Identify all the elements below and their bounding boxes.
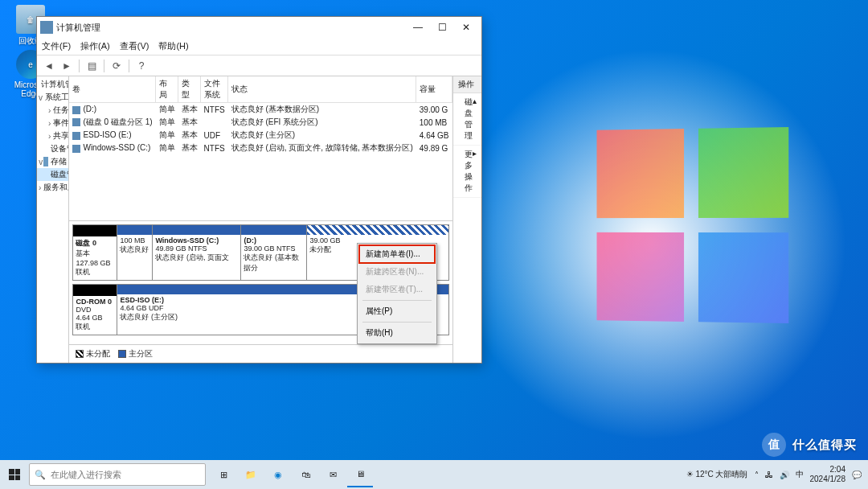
chevron-up-icon: ▴ [473,97,477,142]
tree-root[interactable]: 计算机管理(本地) [37,78,68,91]
volume-list: 卷 布局 类型 文件系统 状态 容量 (D:)简单基本NTFS状态良好 (基本数… [69,76,452,221]
menu-action[interactable]: 操作(A) [80,40,110,52]
disk-0-header[interactable]: 磁盘 0 基本 127.98 GB 联机 [73,225,117,280]
tree-event-viewer[interactable]: ›事件查看器 [37,117,68,129]
disk0-partition-efi[interactable]: 100 MB状态良好 [117,225,153,280]
menu-help[interactable]: 帮助(H) [158,40,188,52]
volume-row[interactable]: (磁盘 0 磁盘分区 1)简单基本状态良好 (EFI 系统分区)100 MB [69,116,452,129]
menu-file[interactable]: 文件(F) [42,40,71,52]
menu-view[interactable]: 查看(V) [120,40,149,52]
maximize-button[interactable]: ☐ [430,18,454,36]
weather-widget[interactable]: ☀ 12°C 大部晴朗 [686,469,748,480]
tree-task-scheduler[interactable]: ›任务计划程序 [37,104,68,117]
app-icon [40,21,53,34]
actions-disk-mgmt[interactable]: 磁盘管理▴ [453,93,481,146]
col-type[interactable]: 类型 [178,76,201,103]
tree-disk-management[interactable]: 磁盘管理 [37,168,68,181]
nav-tree: 计算机管理(本地) v系统工具 ›任务计划程序 ›事件查看器 ›共享文件夹 设备… [37,76,69,363]
actions-pane: 操作 磁盘管理▴ 更多操作▸ [453,76,481,363]
tray-chevron-icon[interactable]: ˄ [755,471,759,479]
taskbar-app-edge[interactable]: ◉ [265,462,291,487]
tree-device-manager[interactable]: 设备管理器 [37,142,68,155]
close-button[interactable]: ✕ [454,18,478,36]
ctx-new-striped-volume: 新建带区卷(T)... [359,281,435,298]
ctx-new-simple-volume[interactable]: 新建简单卷(I)... [359,245,435,263]
disk0-partition-c[interactable]: Windows-SSD (C:)49.89 GB NTFS状态良好 (启动, 页… [153,225,241,280]
col-volume[interactable]: 卷 [69,76,155,103]
volume-row[interactable]: ESD-ISO (E:)简单基本UDF状态良好 (主分区)4.64 GB [69,129,452,142]
start-button[interactable] [0,460,29,489]
tree-services-apps[interactable]: ›服务和应用程序 [37,181,68,194]
taskbar-clock[interactable]: 2:04 2024/1/28 [810,465,846,484]
tray-notifications-icon[interactable]: 💬 [852,471,862,479]
search-icon: 🔍 [35,470,46,480]
minimize-button[interactable]: — [406,18,430,36]
cdrom-0-header[interactable]: CD-ROM 0 DVD 4.64 GB 联机 [73,285,117,335]
task-view-icon[interactable]: ⊞ [211,462,236,487]
actions-header: 操作 [453,76,481,93]
taskbar-app-mail[interactable]: ✉ [320,462,346,487]
tree-system-tools[interactable]: v系统工具 [37,91,68,104]
context-menu: 新建简单卷(I)... 新建跨区卷(N)... 新建带区卷(T)... 属性(P… [357,243,437,344]
taskbar-search[interactable]: 🔍 在此键入进行搜索 [29,463,206,486]
titlebar[interactable]: 计算机管理 — ☐ ✕ [37,17,481,38]
tray-network-icon[interactable]: 🖧 [765,471,773,479]
watermark-text: 什么值得买 [792,438,857,453]
taskbar: 🔍 在此键入进行搜索 ⊞ 📁 ◉ 🛍 ✉ 🖥 ☀ 12°C 大部晴朗 ˄ 🖧 🔊… [0,460,868,489]
search-placeholder: 在此键入进行搜索 [51,469,121,481]
toolbar-back-icon[interactable]: ◄ [42,59,56,73]
taskbar-app-explorer[interactable]: 📁 [238,462,264,487]
disk0-partition-d[interactable]: (D:)39.00 GB NTFS状态良好 (基本数据分 [241,225,307,280]
col-fs[interactable]: 文件系统 [201,76,228,103]
watermark-icon: 值 [762,433,786,457]
toolbar-help-icon[interactable]: ? [134,59,149,73]
toolbar-forward-icon[interactable]: ► [59,59,74,73]
actions-more[interactable]: 更多操作▸ [453,146,481,198]
tray-ime[interactable]: 中 [796,469,804,480]
tree-storage[interactable]: v存储 [37,155,68,168]
tray-volume-icon[interactable]: 🔊 [780,471,789,479]
ctx-new-spanned-volume: 新建跨区卷(N)... [359,263,435,281]
chevron-right-icon: ▸ [473,149,477,194]
taskbar-app-store[interactable]: 🛍 [293,462,318,487]
tree-shared-folders[interactable]: ›共享文件夹 [37,129,68,142]
toolbar-refresh-icon[interactable]: ⟳ [109,59,124,73]
col-status[interactable]: 状态 [228,76,416,103]
taskbar-app-compmgmt[interactable]: 🖥 [347,462,373,487]
window-title: 计算机管理 [56,22,406,34]
legend: 未分配 主分区 [69,344,452,363]
toolbar: ◄ ► ▤ ⟳ ? [37,55,481,76]
menu-bar: 文件(F) 操作(A) 查看(V) 帮助(H) [37,38,481,55]
volume-row[interactable]: (D:)简单基本NTFS状态良好 (基本数据分区)39.00 G [69,103,452,117]
windows-logo-wallpaper [596,127,788,323]
col-capacity[interactable]: 容量 [416,76,452,103]
ctx-properties[interactable]: 属性(P) [359,302,435,320]
toolbar-explorer-icon[interactable]: ▤ [84,59,99,73]
ctx-help[interactable]: 帮助(H) [359,324,435,342]
volume-row[interactable]: Windows-SSD (C:)简单基本NTFS状态良好 (启动, 页面文件, … [69,142,452,154]
watermark: 值 什么值得买 [762,433,857,457]
col-layout[interactable]: 布局 [156,76,178,103]
